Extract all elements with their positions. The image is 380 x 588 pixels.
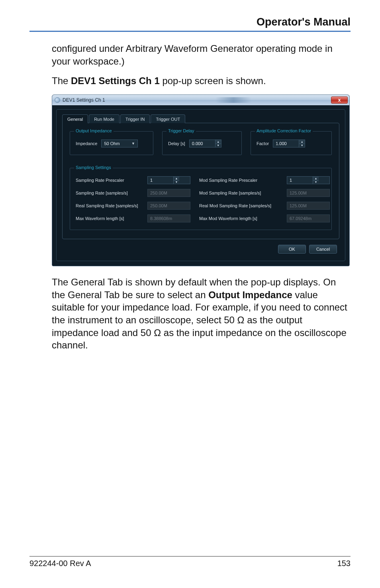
mod-sampling-rate-prescaler-input[interactable]	[287, 177, 313, 184]
mod-sampling-rate-value: 125.00M	[287, 189, 330, 197]
cancel-button[interactable]: Cancel	[309, 245, 337, 254]
group-trigger-delay-title: Trigger Delay	[166, 128, 196, 133]
outer-panel: General Run Mode Trigger IN Trigger OUT …	[56, 109, 345, 261]
titlebar-decoration	[215, 97, 251, 103]
page-footer: 922244-00 Rev A 153	[29, 556, 351, 568]
max-waveform-length-label: Max Waveform length [s]	[76, 216, 143, 221]
paragraph-2-pre: The	[52, 75, 71, 86]
sampling-rate-prescaler-spinner[interactable]: ▲▼	[147, 176, 190, 184]
tab-trigger-out[interactable]: Trigger OUT	[151, 114, 185, 123]
real-sampling-rate-label: Real Sampling Rate [samples/s]	[76, 203, 143, 208]
real-mod-sampling-rate-label: Real Mod Sampling Rate [samples/s]	[199, 203, 283, 208]
paragraph-3: The General Tab is shown by default when…	[52, 276, 351, 352]
ok-button[interactable]: OK	[278, 245, 306, 254]
tab-strip: General Run Mode Trigger IN Trigger OUT	[62, 114, 339, 123]
app-icon	[55, 97, 60, 103]
paragraph-2-post: pop-up screen is shown.	[160, 75, 266, 86]
group-sampling-settings: Sampling Settings Sampling Rate Prescale…	[70, 168, 332, 230]
factor-spinner[interactable]: ▲▼	[273, 140, 305, 147]
page-header: Operator's Manual	[29, 16, 351, 32]
real-sampling-rate-value: 250.00M	[147, 202, 190, 210]
chevron-down-icon: ▼	[130, 141, 136, 146]
impedance-label: Impedance	[76, 141, 97, 146]
spinner-arrows[interactable]: ▲▼	[173, 177, 179, 184]
tab-general[interactable]: General	[62, 114, 88, 123]
settings-window: DEV1 Settings Ch 1 x General Run Mode Tr…	[52, 94, 350, 266]
dialog-screenshot: DEV1 Settings Ch 1 x General Run Mode Tr…	[52, 94, 351, 266]
impedance-dropdown[interactable]: 50 Ohm ▼	[101, 140, 138, 147]
tab-general-content: Output Impedance Impedance 50 Ohm ▼ Trig…	[62, 123, 339, 239]
arrow-up-icon: ▲	[299, 140, 305, 144]
delay-input[interactable]	[190, 140, 215, 147]
delay-label: Delay [s]	[168, 141, 185, 146]
window-body: General Run Mode Trigger IN Trigger OUT …	[52, 105, 349, 266]
max-mod-waveform-length-value: 67.09248m	[287, 214, 330, 222]
group-output-impedance: Output Impedance Impedance 50 Ohm ▼	[70, 131, 153, 155]
mod-sampling-rate-prescaler-label: Mod Sampling Rate Prescaler	[199, 178, 283, 183]
mod-sampling-rate-label: Mod Sampling Rate [samples/s]	[199, 191, 283, 195]
delay-spinner[interactable]: ▲▼	[189, 140, 221, 147]
group-sampling-title: Sampling Settings	[74, 165, 113, 170]
delay-spinner-arrows[interactable]: ▲▼	[215, 140, 221, 147]
factor-input[interactable]	[273, 140, 299, 147]
paragraph-2-bold: DEV1 Settings Ch 1	[71, 75, 160, 86]
paragraph-3-bold: Output Impedance	[208, 289, 292, 300]
arrow-down-icon: ▼	[313, 181, 319, 184]
max-mod-waveform-length-label: Max Mod Waveform length [s]	[199, 216, 283, 221]
close-button[interactable]: x	[331, 96, 348, 104]
arrow-down-icon: ▼	[174, 181, 179, 184]
impedance-value: 50 Ohm	[104, 141, 119, 146]
dialog-button-bar: OK Cancel	[62, 239, 339, 254]
sampling-grid: Sampling Rate Prescaler ▲▼ Mod Sampling …	[76, 176, 326, 222]
arrow-down-icon: ▼	[299, 144, 305, 147]
max-waveform-length-value: 8.388608m	[147, 214, 190, 222]
arrow-down-icon: ▼	[215, 144, 221, 147]
footer-page-number: 153	[337, 559, 351, 568]
close-icon: x	[338, 97, 341, 103]
arrow-up-icon: ▲	[174, 177, 179, 181]
tab-trigger-in[interactable]: Trigger IN	[120, 114, 150, 123]
window-title: DEV1 Settings Ch 1	[63, 97, 105, 103]
top-groups-row: Output Impedance Impedance 50 Ohm ▼ Trig…	[70, 131, 332, 155]
arrow-up-icon: ▲	[215, 140, 221, 144]
mod-sampling-rate-prescaler-spinner[interactable]: ▲▼	[287, 176, 330, 184]
group-amplitude-correction-title: Amplitude Correction Factor	[255, 128, 313, 133]
sampling-rate-prescaler-label: Sampling Rate Prescaler	[76, 178, 143, 183]
group-trigger-delay: Trigger Delay Delay [s] ▲▼	[162, 131, 242, 155]
footer-doc-id: 922244-00 Rev A	[29, 559, 91, 568]
tab-run-mode[interactable]: Run Mode	[89, 114, 119, 123]
paragraph-2: The DEV1 Settings Ch 1 pop-up screen is …	[52, 75, 351, 87]
spinner-arrows[interactable]: ▲▼	[313, 177, 319, 184]
sampling-rate-prescaler-input[interactable]	[148, 177, 173, 184]
sampling-rate-label: Sampling Rate [samples/s]	[76, 191, 143, 195]
paragraph-1: configured under Arbitrary Waveform Gene…	[52, 42, 351, 67]
factor-spinner-arrows[interactable]: ▲▼	[299, 140, 305, 147]
group-amplitude-correction: Amplitude Correction Factor Factor ▲▼	[251, 131, 332, 155]
sampling-rate-value: 250.00M	[147, 189, 190, 197]
arrow-up-icon: ▲	[313, 177, 319, 181]
real-mod-sampling-rate-value: 125.00M	[287, 202, 330, 210]
factor-label: Factor	[257, 141, 269, 146]
window-titlebar: DEV1 Settings Ch 1 x	[52, 95, 349, 105]
group-output-impedance-title: Output Impedance	[74, 128, 114, 133]
